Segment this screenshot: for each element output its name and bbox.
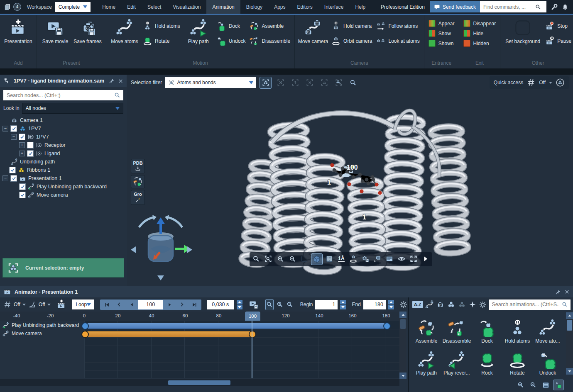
play-path-button[interactable]: Play path [183, 17, 214, 44]
playhead-line[interactable] [252, 321, 252, 378]
disassemble-button[interactable]: Disassemble [250, 37, 290, 46]
current-frame-input[interactable] [138, 300, 163, 309]
library-zoom-out-button[interactable] [528, 380, 538, 390]
grid-snap-control[interactable]: Off [3, 300, 26, 309]
collapse-expander[interactable]: − [11, 134, 17, 140]
timeline-tracks[interactable]: Play Unbinding path backward Move camera [0, 321, 399, 378]
library-item-rock[interactable]: Rock [472, 345, 502, 377]
keyframe-handle-start-orange[interactable] [81, 331, 89, 338]
tree-row-presentation1[interactable]: − Presentation 1 [0, 174, 127, 183]
annotation-button[interactable] [372, 253, 383, 264]
grid-surface-button[interactable] [324, 253, 335, 264]
timeline-zoom-fit-button[interactable] [265, 299, 274, 310]
loop-mode-dropdown[interactable]: Loop [72, 299, 94, 309]
library-item-dock[interactable]: Dock [472, 313, 502, 345]
timeline-ruler[interactable]: -40 -20 0 20 40 60 80 120 140 160 180 10… [0, 312, 399, 321]
collapse-expander[interactable]: − [2, 175, 8, 181]
overlay-panel-button[interactable] [384, 253, 395, 264]
track-bar-play-unbinding[interactable] [84, 323, 387, 329]
tree-row-ribbons1[interactable]: Ribbons 1 [0, 166, 127, 174]
library-zoom-in-button[interactable] [516, 380, 526, 390]
frame-duration-spinner[interactable] [237, 300, 242, 309]
select-similar-button[interactable] [318, 77, 330, 88]
dock-tool-button[interactable] [131, 175, 145, 188]
zoom-region-button[interactable] [263, 253, 274, 264]
stop-button[interactable]: Stop [545, 22, 571, 31]
filter-effects-icon[interactable] [468, 300, 477, 309]
expand-selection-button[interactable] [304, 77, 315, 88]
library-vertical-scrollbar[interactable] [566, 312, 573, 375]
search-nodes-box[interactable] [3, 90, 123, 100]
end-spinner[interactable] [388, 300, 394, 309]
library-item-move-atoms[interactable]: Move ato... [533, 313, 563, 345]
timeline-horizontal-scrollbar[interactable] [0, 379, 399, 386]
document-panel-header[interactable]: 1PV7 - ligand binding animation.sam [0, 75, 127, 87]
scroll-down-button[interactable] [399, 373, 406, 379]
filter-groups-icon[interactable] [458, 300, 466, 309]
tree-row-receptor[interactable]: + Receptor [0, 141, 127, 149]
tree-row-play-unbinding[interactable]: Play Unbinding path backward [0, 183, 127, 191]
hold-atoms-button[interactable]: Hold atoms [143, 22, 180, 31]
go-to-end-button[interactable] [189, 300, 201, 309]
scrollbar-thumb[interactable] [168, 380, 230, 385]
library-item-undock[interactable]: Undock [533, 345, 563, 377]
pdb-download-button[interactable]: PDB [131, 159, 145, 173]
scale-1-angstrom-button[interactable]: 1Å [336, 253, 347, 264]
timeline-vertical-scrollbar[interactable] [399, 312, 406, 379]
tree-row-move-camera[interactable]: Move camera [0, 191, 127, 199]
set-background-button[interactable]: Set background [503, 17, 543, 44]
filter-atoms-icon[interactable] [447, 300, 455, 309]
documents-icon[interactable] [3, 3, 12, 11]
scroll-up-button[interactable] [566, 312, 573, 319]
begin-frame-input[interactable] [315, 300, 338, 309]
scrollbar-thumb[interactable] [567, 320, 572, 331]
pause-button[interactable]: Pause [545, 37, 571, 46]
background-button[interactable] [299, 253, 310, 264]
tree-row-camera1[interactable]: Camera 1 [0, 116, 127, 124]
preferences-wrench-icon[interactable] [551, 3, 558, 11]
search-animations-input[interactable] [491, 301, 560, 308]
pin-icon[interactable] [109, 78, 115, 84]
filter-paths-icon[interactable] [425, 300, 434, 309]
library-item-hold-atoms[interactable]: Hold atoms [502, 313, 532, 345]
look-at-atoms-button[interactable]: Look at atoms [376, 37, 419, 46]
play-button[interactable] [420, 253, 431, 264]
disappear-button[interactable]: Disappear [463, 20, 496, 27]
menu-animation[interactable]: Animation [206, 0, 240, 14]
zoom-out-button[interactable] [287, 253, 298, 264]
close-icon[interactable] [564, 289, 570, 295]
scroll-down-button[interactable] [566, 368, 573, 375]
end-frame-input[interactable] [363, 300, 386, 309]
step-back-button[interactable] [126, 300, 138, 309]
presets-dial-icon[interactable] [556, 78, 565, 87]
playhead-handle[interactable]: 100 [245, 312, 260, 321]
select-parent-button[interactable] [289, 77, 301, 88]
scrollbar-thumb[interactable] [400, 319, 406, 329]
zoom-in-button[interactable] [275, 253, 286, 264]
hide-button[interactable]: Hide [463, 30, 496, 37]
save-frames-button[interactable]: Save frames [72, 17, 103, 44]
pin-icon[interactable] [555, 289, 561, 295]
add-presentation-icon[interactable] [56, 299, 66, 309]
tree-row-1pv7[interactable]: − 1PV7 [0, 124, 127, 133]
keyframe-handle-start-blue[interactable] [81, 322, 89, 330]
sort-az-button[interactable]: A-Z [412, 301, 423, 308]
selection-filter-dropdown[interactable]: Atoms and bonds [165, 77, 256, 88]
list-view-button[interactable] [541, 380, 551, 390]
hold-camera-button[interactable]: Hold camera [331, 22, 372, 31]
menu-biology[interactable]: Biology [240, 0, 268, 14]
look-in-dropdown[interactable]: All nodes [22, 103, 123, 114]
hidden-button[interactable]: Hidden [463, 40, 496, 47]
undock-button[interactable]: Undock [217, 37, 246, 46]
view-cube-button[interactable] [311, 253, 323, 265]
animator-header[interactable]: Animator - Presentation 1 [0, 286, 573, 297]
fullscreen-button[interactable] [408, 253, 419, 264]
track-bar-move-camera[interactable] [84, 331, 252, 337]
step-forward-button[interactable] [164, 300, 176, 309]
move-atoms-button[interactable]: Move atoms [109, 17, 140, 44]
appear-button[interactable]: Appear [429, 20, 455, 27]
export-movie-icon[interactable] [248, 299, 259, 309]
presentation-button[interactable]: Presentation [2, 17, 34, 44]
zoom-on-selection-button[interactable] [348, 77, 359, 88]
current-selection-bar[interactable]: Current selection: empty [2, 258, 124, 278]
